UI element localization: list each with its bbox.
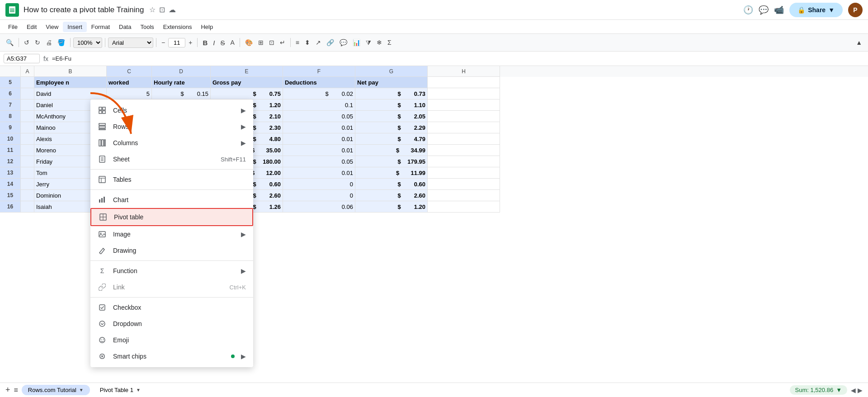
cell-g11[interactable]: $ 34.99 [355, 145, 428, 156]
cell-h7[interactable] [428, 99, 500, 111]
cell-c6[interactable]: 5 [107, 88, 152, 99]
cell-e5[interactable]: Gross pay [211, 77, 283, 88]
cell-c5[interactable]: worked [107, 77, 152, 88]
cell-f13[interactable]: 0.01 [283, 167, 355, 179]
chart-insert-button[interactable]: 📊 [350, 37, 363, 48]
cell-g14[interactable]: $ 0.60 [355, 179, 428, 190]
font-size-decrease[interactable]: − [159, 37, 167, 48]
cell-g13[interactable]: $ 11.99 [355, 167, 428, 179]
cell-b6[interactable]: David [34, 88, 107, 99]
toolbar-collapse-button[interactable]: ▲ [854, 37, 864, 48]
cell-reference-input[interactable] [4, 54, 40, 63]
link-button[interactable]: 🔗 [324, 37, 336, 48]
avatar[interactable]: P [848, 3, 863, 17]
cell-a12[interactable] [21, 156, 34, 167]
col-header-f[interactable]: F [283, 66, 355, 77]
freeze-button[interactable]: ❄ [374, 37, 384, 48]
menu-view[interactable]: View [41, 22, 63, 32]
insert-checkbox-item[interactable]: Checkbox [90, 299, 253, 316]
col-header-d[interactable]: D [152, 66, 211, 77]
scroll-left-button[interactable]: ◀ [851, 387, 856, 394]
italic-button[interactable]: I [211, 37, 217, 48]
cell-h11[interactable] [428, 145, 500, 156]
cell-h14[interactable] [428, 179, 500, 190]
undo-button[interactable]: ↺ [22, 37, 32, 48]
insert-rows-item[interactable]: Rows ▶ [90, 118, 253, 135]
insert-emoji-item[interactable]: Emoji [90, 332, 253, 348]
cell-f7[interactable]: 0.1 [283, 99, 355, 111]
comment-icon[interactable]: 💬 [759, 5, 769, 15]
col-header-e[interactable]: E [211, 66, 283, 77]
star-icon[interactable]: ☆ [149, 5, 156, 14]
menu-format[interactable]: Format [87, 22, 114, 32]
insert-columns-item[interactable]: Columns ▶ [90, 135, 253, 151]
cell-h9[interactable] [428, 122, 500, 133]
cell-g8[interactable]: $ 2.05 [355, 111, 428, 122]
insert-cells-item[interactable]: Cells ▶ [90, 102, 253, 118]
cell-g9[interactable]: $ 2.29 [355, 122, 428, 133]
insert-link-item[interactable]: Link Ctrl+K [90, 279, 253, 295]
cloud-icon[interactable]: ☁ [169, 5, 176, 14]
rotate-button[interactable]: ↗ [313, 37, 323, 48]
cell-d5[interactable]: Hourly rate [152, 77, 211, 88]
folder-icon[interactable]: ⊡ [159, 5, 165, 14]
cell-a8[interactable] [21, 111, 34, 122]
insert-pivot-table-item[interactable]: Pivot table [90, 208, 253, 226]
sheet-tab-pivot[interactable]: Pivot Table 1 ▼ [94, 385, 147, 395]
cell-h15[interactable] [428, 190, 500, 201]
wrap-button[interactable]: ↵ [278, 37, 288, 48]
cell-a14[interactable] [21, 179, 34, 190]
cell-h10[interactable] [428, 133, 500, 145]
text-color-button[interactable]: A [228, 37, 236, 48]
zoom-select[interactable]: 100% [73, 38, 102, 48]
cell-h12[interactable] [428, 156, 500, 167]
cell-f11[interactable]: 0.01 [283, 145, 355, 156]
cell-a15[interactable] [21, 190, 34, 201]
cell-h5[interactable] [428, 77, 500, 88]
strikethrough-button[interactable]: S [218, 37, 227, 48]
font-size-increase[interactable]: + [186, 37, 194, 48]
valign-button[interactable]: ⬍ [302, 37, 312, 48]
cell-h13[interactable] [428, 167, 500, 179]
insert-chart-item[interactable]: Chart [90, 192, 253, 208]
cell-h16[interactable] [428, 201, 500, 213]
cell-a10[interactable] [21, 133, 34, 145]
redo-button[interactable]: ↻ [33, 37, 42, 48]
font-size-input[interactable] [168, 38, 185, 47]
col-header-h[interactable]: H [428, 66, 500, 77]
cell-h8[interactable] [428, 111, 500, 122]
insert-function-item[interactable]: Σ Function ▶ [90, 263, 253, 279]
cell-f15[interactable]: 0 [283, 190, 355, 201]
insert-smart-chips-item[interactable]: Smart chips ▶ [90, 348, 253, 364]
scroll-right-button[interactable]: ▶ [858, 387, 863, 394]
video-camera-icon[interactable]: 📹 [774, 5, 784, 15]
cell-f10[interactable]: 0.01 [283, 133, 355, 145]
cell-a7[interactable] [21, 99, 34, 111]
cell-g15[interactable]: $ 2.60 [355, 190, 428, 201]
cell-a5[interactable] [21, 77, 34, 88]
menu-data[interactable]: Data [114, 22, 136, 32]
insert-sheet-item[interactable]: Sheet Shift+F11 [90, 151, 253, 167]
halign-button[interactable]: ≡ [293, 37, 302, 48]
bold-button[interactable]: B [200, 37, 210, 48]
insert-tables-item[interactable]: Tables [90, 171, 253, 188]
paint-format-button[interactable]: 🪣 [55, 37, 67, 48]
add-sheet-button[interactable]: + [5, 385, 10, 395]
cell-a9[interactable] [21, 122, 34, 133]
sheet-list-button[interactable]: ≡ [14, 386, 18, 394]
menu-help[interactable]: Help [196, 22, 217, 32]
borders-button[interactable]: ⊞ [256, 37, 266, 48]
cell-f12[interactable]: 0.05 [283, 156, 355, 167]
cell-a6[interactable] [21, 88, 34, 99]
font-select[interactable]: Arial [108, 38, 153, 48]
formula-input[interactable] [52, 55, 864, 62]
col-header-b[interactable]: B [34, 66, 107, 77]
cell-g6[interactable]: $ 0.73 [355, 88, 428, 99]
menu-insert[interactable]: Insert [63, 22, 87, 32]
sum-badge[interactable]: Sum: 1,520.86 ▼ [790, 385, 847, 395]
formula-button[interactable]: Σ [385, 37, 394, 48]
print-button[interactable]: 🖨 [43, 37, 54, 48]
cell-h6[interactable] [428, 88, 500, 99]
menu-edit[interactable]: Edit [22, 22, 41, 32]
cell-f16[interactable]: 0.06 [283, 201, 355, 213]
